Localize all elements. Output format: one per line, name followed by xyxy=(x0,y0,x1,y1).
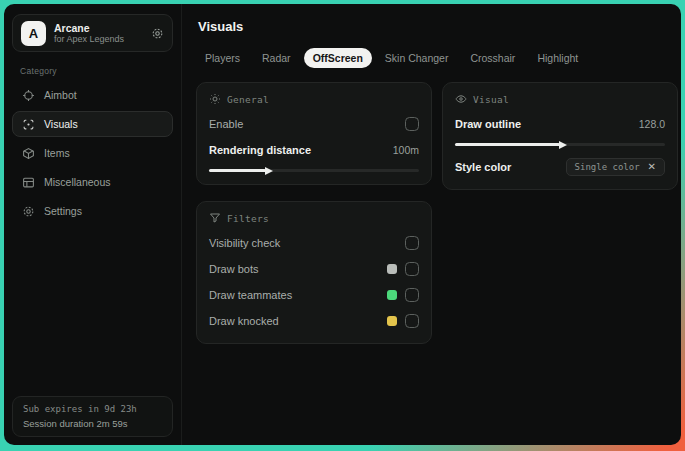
subscription-info-card: Sub expires in 9d 23h Session duration 2… xyxy=(12,396,173,437)
draw-bots-label: Draw bots xyxy=(209,263,259,275)
enable-label: Enable xyxy=(209,118,243,130)
style-color-row: Style color Single color ✕ xyxy=(455,157,665,177)
style-color-value: Single color xyxy=(575,162,640,172)
rendering-distance-row: Rendering distance 100m xyxy=(209,140,419,160)
draw-knocked-row: Draw knocked xyxy=(209,311,419,331)
crosshair-icon xyxy=(22,89,35,102)
tab-crosshair[interactable]: Crosshair xyxy=(461,48,524,68)
sun-icon xyxy=(209,93,221,105)
filters-card: Filters Visibility check Draw bots Draw … xyxy=(196,201,432,344)
category-label: Category xyxy=(20,66,173,76)
tab-radar[interactable]: Radar xyxy=(253,48,300,68)
general-card: General Enable Rendering distance 100m xyxy=(196,82,432,185)
filters-card-header: Filters xyxy=(209,212,419,224)
tab-skin-changer[interactable]: Skin Changer xyxy=(376,48,458,68)
sidebar-item-label: Miscellaneous xyxy=(44,176,111,188)
sidebar-item-settings[interactable]: Settings xyxy=(12,198,173,224)
general-card-header: General xyxy=(209,93,419,105)
rendering-distance-slider[interactable] xyxy=(209,169,419,172)
sidebar-item-label: Visuals xyxy=(44,118,78,130)
draw-outline-slider[interactable] xyxy=(455,143,665,146)
draw-teammates-checkbox[interactable] xyxy=(405,288,419,302)
draw-outline-row: Draw outline 128.0 xyxy=(455,114,665,134)
style-color-select[interactable]: Single color ✕ xyxy=(566,158,665,176)
tab-highlight[interactable]: Highlight xyxy=(528,48,587,68)
visual-header-label: Visual xyxy=(473,94,509,105)
visibility-check-checkbox[interactable] xyxy=(405,236,419,250)
visual-card: Visual Draw outline 128.0 Style color Si… xyxy=(442,82,678,190)
tab-offscreen[interactable]: OffScreen xyxy=(304,48,372,68)
draw-teammates-color-swatch[interactable] xyxy=(387,290,397,300)
scan-icon xyxy=(22,118,35,131)
enable-row: Enable xyxy=(209,114,419,134)
funnel-icon xyxy=(209,212,221,224)
visibility-check-row: Visibility check xyxy=(209,233,419,253)
app-meta: Arcane for Apex Legends xyxy=(54,22,143,44)
main-content: Visuals Players Radar OffScreen Skin Cha… xyxy=(182,4,681,445)
tab-bar: Players Radar OffScreen Skin Changer Cro… xyxy=(196,48,678,68)
filters-header-label: Filters xyxy=(227,213,269,224)
sidebar-item-miscellaneous[interactable]: Miscellaneous xyxy=(12,169,173,195)
eye-icon xyxy=(455,93,467,105)
grid-icon xyxy=(22,176,35,189)
slider-fill xyxy=(209,169,266,172)
draw-outline-label: Draw outline xyxy=(455,118,521,130)
draw-knocked-color-swatch[interactable] xyxy=(387,316,397,326)
slider-thumb[interactable] xyxy=(265,167,273,175)
draw-bots-row: Draw bots xyxy=(209,259,419,279)
app-window: A Arcane for Apex Legends Category xyxy=(4,4,681,445)
sub-expires-text: Sub expires in 9d 23h xyxy=(23,404,162,414)
app-name: Arcane xyxy=(54,22,143,34)
sidebar-item-label: Items xyxy=(44,147,70,159)
style-color-label: Style color xyxy=(455,161,511,173)
draw-knocked-checkbox[interactable] xyxy=(405,314,419,328)
app-header-card: A Arcane for Apex Legends xyxy=(12,14,173,52)
slider-fill xyxy=(455,143,560,146)
sidebar-item-visuals[interactable]: Visuals xyxy=(12,111,173,137)
gear-icon[interactable] xyxy=(151,27,164,40)
draw-outline-value: 128.0 xyxy=(639,118,665,130)
sidebar-item-label: Aimbot xyxy=(44,89,77,101)
gear-icon xyxy=(22,205,35,218)
rendering-distance-label: Rendering distance xyxy=(209,144,311,156)
sidebar-item-items[interactable]: Items xyxy=(12,140,173,166)
sidebar-item-label: Settings xyxy=(44,205,82,217)
rendering-distance-value: 100m xyxy=(393,144,419,156)
visual-card-header: Visual xyxy=(455,93,665,105)
visibility-check-label: Visibility check xyxy=(209,237,280,249)
page-title: Visuals xyxy=(198,19,678,34)
sidebar-item-aimbot[interactable]: Aimbot xyxy=(12,82,173,108)
slider-thumb[interactable] xyxy=(559,141,567,149)
draw-bots-color-swatch[interactable] xyxy=(387,264,397,274)
draw-bots-checkbox[interactable] xyxy=(405,262,419,276)
draw-knocked-label: Draw knocked xyxy=(209,315,279,327)
sidebar: A Arcane for Apex Legends Category xyxy=(4,4,182,445)
sidebar-nav: Aimbot Visuals Items xyxy=(12,82,173,224)
app-subtitle: for Apex Legends xyxy=(54,34,143,44)
session-duration-text: Session duration 2m 59s xyxy=(23,418,162,429)
draw-teammates-row: Draw teammates xyxy=(209,285,419,305)
draw-teammates-label: Draw teammates xyxy=(209,289,292,301)
enable-checkbox[interactable] xyxy=(405,117,419,131)
tab-players[interactable]: Players xyxy=(196,48,249,68)
box-icon xyxy=(22,147,35,160)
general-header-label: General xyxy=(227,94,269,105)
app-logo: A xyxy=(21,21,46,46)
close-icon[interactable]: ✕ xyxy=(648,162,656,172)
